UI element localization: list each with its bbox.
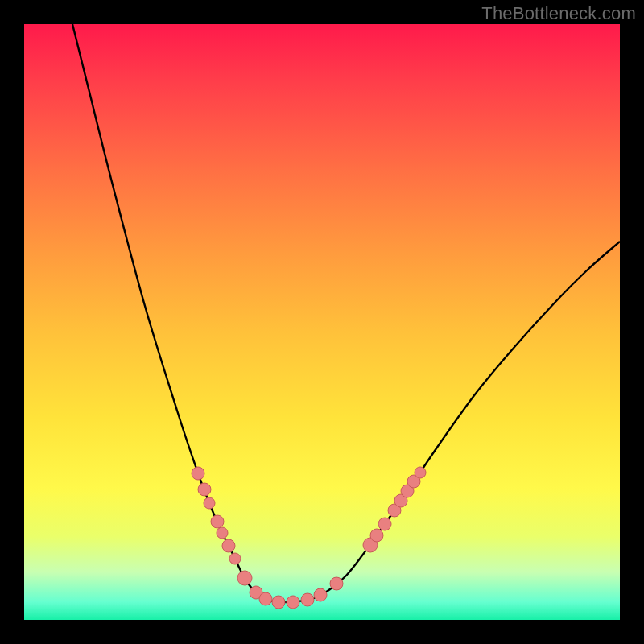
curve-marker <box>204 497 215 509</box>
curve-marker <box>192 467 204 480</box>
curve-marker <box>222 539 235 552</box>
curve-marker <box>272 596 285 609</box>
curve-marker <box>229 553 241 564</box>
watermark-text: TheBottleneck.com <box>481 3 636 24</box>
curve-marker <box>198 483 211 496</box>
bottleneck-plot <box>24 24 620 620</box>
curve-marker <box>314 588 327 601</box>
curve-marker <box>330 577 343 590</box>
curve-marker <box>259 592 272 605</box>
curve-marker <box>415 467 426 478</box>
curve-marker <box>301 593 314 606</box>
curve-marker <box>211 515 224 528</box>
chart-frame <box>24 24 620 620</box>
curve-marker <box>287 596 299 609</box>
marker-group <box>192 467 426 609</box>
curve-marker <box>370 529 383 542</box>
bottleneck-curve <box>72 24 620 602</box>
curve-marker <box>378 518 391 530</box>
curve-marker <box>237 571 252 585</box>
curve-marker <box>217 527 228 539</box>
